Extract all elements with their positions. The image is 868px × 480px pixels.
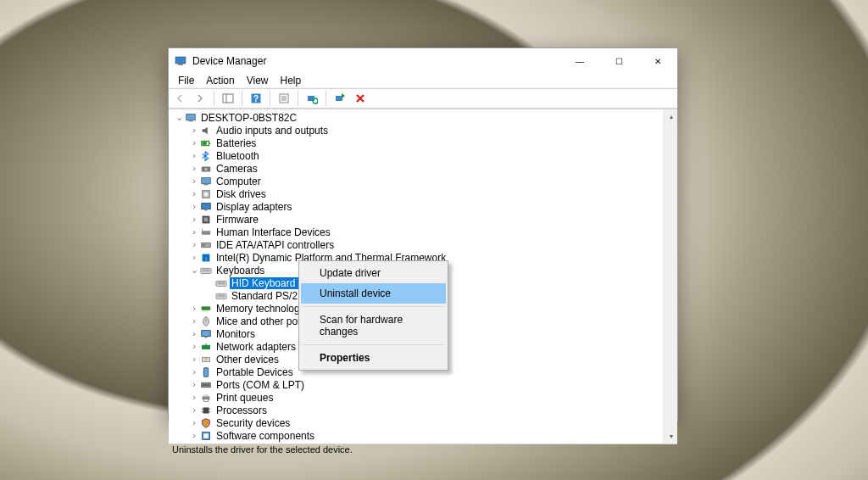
firmware-icon: [199, 214, 213, 226]
tree-item-label: Batteries: [214, 137, 258, 149]
ctx-separator: [303, 344, 444, 345]
expand-icon[interactable]: [189, 151, 199, 160]
help-button[interactable]: ?: [247, 89, 265, 108]
expand-icon[interactable]: [189, 227, 199, 237]
tree-item-display[interactable]: Display adapters: [169, 200, 663, 213]
computer-icon: [184, 112, 198, 124]
expand-icon[interactable]: [189, 367, 199, 377]
svg-rect-17: [209, 142, 211, 144]
expand-icon[interactable]: [189, 316, 199, 326]
expand-icon[interactable]: [189, 380, 199, 389]
svg-point-24: [203, 192, 208, 196]
tree-item-cpu[interactable]: Processors: [169, 404, 663, 416]
svg-rect-21: [202, 177, 211, 183]
other-icon: ?: [199, 354, 213, 366]
tree-item-audio[interactable]: Audio inputs and outputs: [169, 124, 663, 137]
titlebar[interactable]: Device Manager — ☐ ✕: [169, 48, 677, 74]
expand-icon[interactable]: [189, 393, 199, 402]
expand-icon[interactable]: [189, 126, 199, 135]
cpu-icon: [199, 405, 213, 416]
svg-point-32: [203, 244, 203, 245]
expand-icon[interactable]: [189, 202, 199, 211]
tree-item-camera[interactable]: Cameras: [169, 162, 663, 175]
tree-item-label: IDE ATA/ATAPI controllers: [214, 239, 336, 251]
scroll-down-icon[interactable]: ▾: [664, 429, 678, 444]
tree-item-bluetooth[interactable]: Bluetooth: [169, 149, 663, 162]
svg-point-20: [204, 167, 208, 170]
context-menu: Update driver Uninstall device Scan for …: [298, 260, 448, 371]
tree-item-printer[interactable]: Print queues: [169, 391, 663, 404]
expand-icon[interactable]: [189, 329, 199, 338]
collapse-icon[interactable]: [174, 113, 184, 122]
tree-root[interactable]: DESKTOP-0BST82C: [169, 111, 663, 124]
expand-icon[interactable]: [189, 418, 199, 427]
show-hide-tree-button[interactable]: [219, 89, 237, 108]
expand-icon[interactable]: [189, 342, 199, 351]
svg-point-61: [208, 384, 209, 386]
expand-icon[interactable]: [189, 164, 199, 173]
expand-icon[interactable]: [189, 354, 199, 364]
expand-icon[interactable]: [189, 138, 199, 148]
tree-item-label: Network adapters: [214, 341, 298, 353]
keyboard-icon: [214, 277, 228, 289]
close-button[interactable]: ✕: [638, 48, 677, 74]
menu-file[interactable]: File: [172, 74, 200, 87]
tree-item-security[interactable]: Security devices: [169, 416, 663, 429]
svg-text:i: i: [205, 255, 206, 260]
uninstall-device-button[interactable]: [351, 89, 370, 108]
svg-rect-52: [204, 336, 208, 338]
scan-hardware-button[interactable]: [303, 89, 321, 108]
tree-item-ide[interactable]: IDE ATA/ATAPI controllers: [169, 238, 663, 251]
tree-item-firmware[interactable]: Firmware: [169, 213, 663, 226]
menu-action[interactable]: Action: [200, 74, 240, 87]
svg-rect-14: [186, 114, 196, 120]
ctx-uninstall-device[interactable]: Uninstall device: [301, 283, 446, 304]
maximize-button[interactable]: ☐: [599, 48, 638, 74]
minimize-button[interactable]: —: [560, 48, 599, 74]
svg-text:?: ?: [253, 94, 259, 103]
svg-rect-57: [203, 367, 208, 377]
tree-item-label: Ports (COM & LPT): [214, 379, 306, 391]
port-icon: [199, 379, 213, 391]
hid-icon: [199, 226, 213, 238]
menu-view[interactable]: View: [241, 74, 275, 87]
tree-item-hid[interactable]: Human Interface Devices: [169, 226, 663, 238]
ctx-properties[interactable]: Properties: [301, 348, 446, 368]
memory-icon: [199, 303, 213, 315]
tree-item-label: Portable Devices: [214, 366, 295, 378]
ctx-scan-hardware[interactable]: Scan for hardware changes: [301, 310, 446, 342]
tree-item-label: Monitors: [214, 328, 257, 340]
ctx-separator: [303, 306, 444, 307]
forward-button[interactable]: [191, 89, 209, 108]
tree-item-label: Human Interface Devices: [214, 226, 332, 238]
ctx-update-driver[interactable]: Update driver: [301, 263, 446, 283]
tree-item-software[interactable]: Software components: [169, 429, 663, 442]
tree-item-computer[interactable]: Computer: [169, 175, 663, 187]
tree-item-disk[interactable]: Disk drives: [169, 187, 663, 200]
back-button[interactable]: [170, 89, 189, 108]
svg-rect-1: [178, 64, 183, 65]
expand-icon[interactable]: [189, 215, 199, 224]
expand-icon[interactable]: [189, 240, 199, 249]
printer-icon: [199, 392, 213, 404]
menu-help[interactable]: Help: [275, 74, 308, 87]
expand-icon[interactable]: [189, 253, 199, 262]
svg-point-59: [203, 384, 205, 386]
svg-rect-13: [336, 96, 342, 101]
toolbar-separator: [214, 91, 214, 106]
collapse-icon[interactable]: [189, 265, 199, 275]
expand-icon[interactable]: [189, 431, 199, 440]
statusbar: Uninstalls the driver for the selected d…: [169, 444, 677, 455]
svg-rect-28: [203, 217, 208, 221]
tree-item-port[interactable]: Ports (COM & LPT): [169, 378, 663, 391]
expand-icon[interactable]: [189, 176, 199, 186]
vertical-scrollbar[interactable]: ▴ ▾: [663, 109, 677, 444]
expand-icon[interactable]: [189, 189, 199, 198]
tree-item-battery[interactable]: Batteries: [169, 137, 663, 149]
properties-button[interactable]: [275, 89, 293, 108]
toolbar: ?: [169, 88, 677, 109]
scroll-up-icon[interactable]: ▴: [664, 109, 678, 124]
expand-icon[interactable]: [189, 304, 199, 313]
expand-icon[interactable]: [189, 405, 199, 415]
enable-device-button[interactable]: [331, 89, 349, 108]
